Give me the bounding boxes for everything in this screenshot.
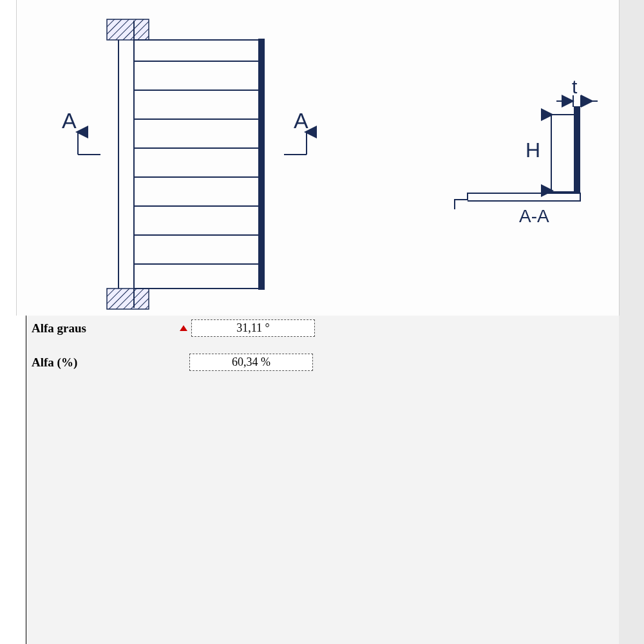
section-mark-right: A xyxy=(294,108,308,133)
dim-t: t xyxy=(572,76,577,98)
section-mark-left: A xyxy=(62,108,77,133)
alfa-graus-value[interactable]: 31,11 ° xyxy=(191,319,315,337)
top-diagram-panel: A A A-A t H xyxy=(16,0,620,316)
alfa-pct-label: Alfa (%) xyxy=(32,355,180,370)
parameters-panel: Alfa graus 31,11 ° Alfa (%) 60,34 % xyxy=(26,316,619,644)
alfa-pct-value[interactable]: 60,34 % xyxy=(189,354,313,371)
dim-H: H xyxy=(526,138,540,162)
section-name: A-A xyxy=(519,206,549,227)
comment-indicator-icon xyxy=(180,325,187,331)
svg-rect-2 xyxy=(107,19,149,40)
alfa-graus-label: Alfa graus xyxy=(32,321,180,336)
svg-rect-3 xyxy=(107,289,149,309)
